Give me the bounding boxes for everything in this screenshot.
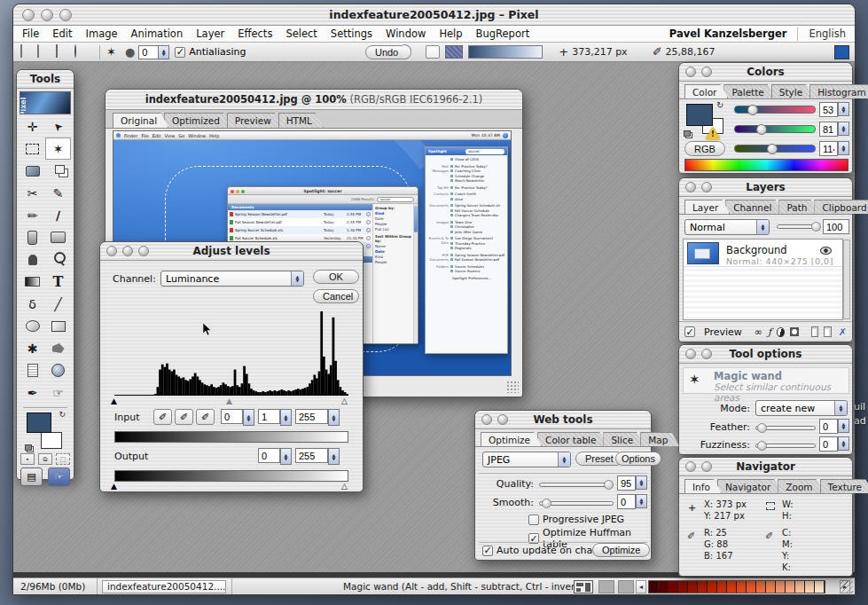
quality-slider[interactable] xyxy=(539,483,614,487)
navigator-collapse-button[interactable] xyxy=(701,461,712,472)
color-chip[interactable] xyxy=(766,581,776,593)
foreground-swatch[interactable] xyxy=(686,104,713,126)
scissors-tool[interactable]: ✂ xyxy=(20,182,45,204)
dialog-zoom-button[interactable] xyxy=(138,246,149,256)
black-point-eyedropper[interactable]: ✐ xyxy=(153,409,172,425)
navigator-tab[interactable]: Zoom xyxy=(778,479,824,493)
tools-palette-title[interactable]: Tools xyxy=(17,70,74,89)
white-point-eyedropper[interactable]: ✐ xyxy=(196,409,215,425)
green-value[interactable] xyxy=(819,122,838,137)
gradient-tool[interactable] xyxy=(20,271,45,293)
open-file-icon[interactable] xyxy=(37,45,52,59)
colors-collapse-button[interactable] xyxy=(701,67,712,77)
color-chip[interactable] xyxy=(678,581,688,593)
new-file-icon[interactable] xyxy=(19,45,34,59)
menu-item[interactable]: Layer xyxy=(196,28,224,40)
duplicate-layer-icon[interactable] xyxy=(824,326,831,337)
input-low-stepper[interactable]: ▲▼ xyxy=(221,409,254,424)
blue-value[interactable] xyxy=(819,141,838,156)
color-chip[interactable] xyxy=(717,581,727,593)
adjust-levels-title[interactable]: Adjust levels xyxy=(100,242,363,261)
document-resize-grip[interactable] xyxy=(506,381,519,393)
delete-layer-icon[interactable]: ✗ xyxy=(839,326,847,338)
auto-update-checkbox[interactable]: ✓ xyxy=(482,546,493,556)
layer-list-scrollbar[interactable] xyxy=(843,240,850,319)
menu-item[interactable]: Effects xyxy=(238,28,272,40)
pen-tool[interactable]: ✒ xyxy=(20,381,45,404)
blue-slider[interactable] xyxy=(734,145,816,153)
foreground-color-swatch[interactable] xyxy=(27,412,51,433)
smooth-value[interactable] xyxy=(617,494,636,509)
tolerance-stepper[interactable]: ▲▼ xyxy=(138,45,169,59)
document-tab-item[interactable]: Preview xyxy=(227,113,283,128)
web-tools-tab[interactable]: Optimize xyxy=(481,432,542,446)
pattern-none-swatch[interactable] xyxy=(426,45,440,59)
input-high-stepper[interactable]: ▲▼ xyxy=(295,409,340,424)
web-tools-title[interactable]: Web tools xyxy=(475,411,651,429)
selection-mode-button[interactable]: ⬚ xyxy=(56,453,70,465)
colors-close-button[interactable] xyxy=(685,67,696,77)
options-button[interactable]: Options xyxy=(615,452,661,466)
color-spectrum[interactable] xyxy=(684,159,848,171)
cancel-button[interactable]: Cancel xyxy=(313,289,359,303)
document-tab-item[interactable]: Optimized xyxy=(164,113,231,128)
notes-tool[interactable] xyxy=(20,359,45,381)
layers-tab[interactable]: Channel xyxy=(725,200,783,214)
swap-colors-icon[interactable]: ↻ xyxy=(59,410,66,419)
tooloptions-close-button[interactable] xyxy=(685,349,696,359)
colors-tab[interactable]: Color xyxy=(684,84,728,98)
swatch-scroll-left[interactable]: ◂ xyxy=(636,580,646,593)
tool-options-title[interactable]: Tool options xyxy=(679,345,852,364)
tooloptions-collapse-button[interactable] xyxy=(701,349,712,359)
camera-tool[interactable] xyxy=(45,226,71,248)
tolerance-input[interactable] xyxy=(138,45,158,59)
blue-stepper[interactable]: ▲▼ xyxy=(819,141,849,156)
layers-tab[interactable]: Path xyxy=(778,200,818,214)
colors-tab[interactable]: Style xyxy=(771,84,814,98)
zoom-tool[interactable] xyxy=(45,248,71,271)
rgb-mode-button[interactable]: RGB xyxy=(684,141,725,156)
navigator-tab[interactable]: Texture xyxy=(820,479,868,493)
channel-dropdown[interactable]: Luminance▲▼ xyxy=(160,271,304,287)
color-chip[interactable] xyxy=(786,581,795,593)
input-high-value[interactable] xyxy=(295,409,328,424)
pointer-mode-button[interactable]: ☞ xyxy=(48,468,70,486)
rectangle-tool[interactable] xyxy=(45,315,71,337)
navigator-tab[interactable]: Navigator xyxy=(717,479,782,493)
layer-mask-icon[interactable] xyxy=(790,327,799,336)
fuzziness-stepper[interactable]: ▲▼ xyxy=(819,436,849,452)
new-layer-icon[interactable] xyxy=(811,326,818,337)
resize-grip[interactable] xyxy=(840,580,853,593)
color-chip[interactable] xyxy=(669,581,678,593)
default-colors-icon[interactable] xyxy=(25,444,32,451)
web-tools-tab[interactable]: Color table xyxy=(537,432,607,446)
mode-dropdown[interactable]: create new▲▼ xyxy=(755,400,848,416)
airbrush-tool[interactable] xyxy=(20,226,45,248)
color-chip[interactable] xyxy=(805,581,815,593)
brush-tool[interactable]: ✎ xyxy=(45,182,71,204)
layer-effects-icon[interactable]: ƒ xyxy=(768,326,771,338)
transform-selection-tool[interactable] xyxy=(45,160,71,182)
input-black-slider[interactable]: ▲ xyxy=(111,397,117,405)
status-button-1[interactable] xyxy=(598,580,614,593)
colors-title[interactable]: Colors xyxy=(679,63,852,82)
document-tab-item[interactable]: HTML xyxy=(278,113,324,128)
menu-item[interactable]: Settings xyxy=(331,28,372,40)
copy-mode-button[interactable]: ⧉ xyxy=(38,453,52,465)
colors-tab[interactable]: Histogram xyxy=(809,84,868,98)
antialiasing-checkbox[interactable]: ✓ xyxy=(175,47,185,58)
output-black-slider[interactable]: ▲ xyxy=(111,483,117,491)
pencil-tool[interactable]: ✏ xyxy=(20,204,45,226)
color-chip[interactable] xyxy=(698,581,708,593)
red-stepper[interactable]: ▲▼ xyxy=(819,102,849,117)
text-tool[interactable]: T xyxy=(45,271,71,293)
tolerance-arrows[interactable]: ▲▼ xyxy=(158,45,169,59)
adjustment-layer-icon[interactable] xyxy=(777,327,785,337)
menu-item[interactable]: BugReport xyxy=(476,28,530,40)
link-layer-icon[interactable]: ∞ xyxy=(755,326,762,338)
output-high-value[interactable] xyxy=(295,448,328,463)
input-gamma-slider[interactable]: ▲ xyxy=(226,397,232,405)
swap-colors-icon[interactable]: ↻ xyxy=(716,100,723,110)
pattern-swatch[interactable] xyxy=(445,45,463,59)
color-chip[interactable] xyxy=(815,581,825,593)
